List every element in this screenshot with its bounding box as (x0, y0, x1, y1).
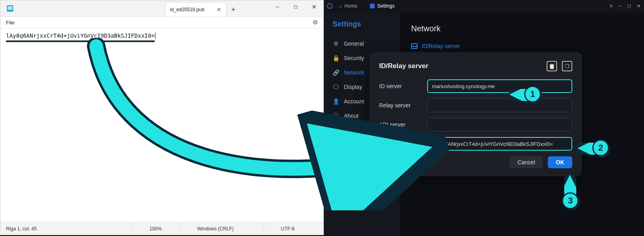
titlebar: id_ed25519.pub ✕ + ─ ◻ ✕ (0, 0, 323, 16)
main-panel: Network ID/Relay server ID/Relay server … (400, 12, 644, 236)
sidebar-item-label: Display (344, 84, 362, 90)
id-server-label: ID server (379, 83, 427, 89)
file-content: lAy8q6ANrjxxCrT4d+jUviYGnVcI9D3aBkSJIFDx… (6, 32, 155, 42)
tab-home-label: Home (344, 3, 357, 9)
r-minimize-button[interactable]: ─ (618, 3, 622, 9)
editor-area[interactable]: lAy8q6ANrjxxCrT4d+jUviYGnVcI9D3aBkSJIFDx… (0, 28, 323, 222)
id-relay-dialog: ID/Relay server 📋 ❐ ID server Relay serv… (369, 52, 582, 176)
notepad-icon (7, 5, 13, 12)
relay-server-label: Relay server (379, 102, 427, 109)
status-position: Riga 1, col. 45 (0, 222, 132, 235)
annotation-step-3: 3 (562, 192, 579, 209)
gear-icon[interactable]: ⚙ (313, 19, 318, 26)
api-server-label: API server (379, 121, 427, 128)
app-logo-icon (327, 3, 333, 9)
link-icon: 🔗 (333, 69, 339, 76)
tab-close-icon[interactable]: ✕ (216, 6, 221, 13)
tab-settings[interactable]: Settings (367, 2, 397, 10)
ok-button[interactable]: OK (548, 156, 572, 168)
info-icon: ⓘ (333, 113, 339, 119)
home-icon: ⌂ (339, 3, 342, 9)
r-close-button[interactable]: ✕ (637, 3, 641, 9)
status-zoom[interactable]: 100% (144, 222, 180, 235)
status-encoding[interactable]: UTF-8 (275, 222, 323, 235)
gear-icon: ⚙ (333, 40, 339, 47)
dialog-title: ID/Relay server (379, 62, 428, 70)
sidebar-item-label: Network (344, 69, 364, 76)
sidebar-title: Settings (324, 20, 400, 36)
file-tab[interactable]: id_ed25519.pub ✕ (165, 2, 226, 16)
sidebar-item-general[interactable]: ⚙General (324, 36, 400, 51)
minimize-button[interactable]: ─ (268, 0, 287, 13)
annotation-step-2: 2 (592, 139, 609, 156)
section-id-relay[interactable]: ID/Relay server (411, 43, 632, 49)
rustdesk-window: ⌂ Home Settings ≡ ─ ◻ ✕ Settings ⚙Genera… (324, 0, 644, 236)
menubar: File ⚙ (0, 16, 323, 28)
section-label: ID/Relay server (422, 43, 460, 49)
wrench-icon (370, 4, 375, 8)
api-server-input[interactable] (427, 118, 572, 131)
server-icon (411, 43, 418, 49)
key-label: Key (379, 141, 427, 147)
statusbar: Riga 1, col. 45 100% Windows (CRLF) UTF-… (0, 222, 323, 235)
notepad-window: id_ed25519.pub ✕ + ─ ◻ ✕ File ⚙ lAy8q6AN… (0, 0, 324, 235)
monitor-icon: 🖵 (333, 84, 339, 90)
maximize-button[interactable]: ◻ (287, 0, 305, 13)
hamburger-icon[interactable]: ≡ (610, 3, 612, 9)
cancel-button[interactable]: Cancel (509, 156, 543, 168)
annotation-step-1: 1 (524, 86, 541, 103)
close-button[interactable]: ✕ (305, 0, 323, 13)
sidebar-item-label: Account (344, 98, 364, 105)
clipboard-import-icon[interactable]: 📋 (547, 61, 557, 71)
sidebar-item-label: General (344, 40, 364, 47)
tab-settings-label: Settings (377, 3, 394, 9)
page-heading: Network (411, 24, 632, 33)
sidebar-item-label: Security (344, 55, 364, 61)
status-eol[interactable]: Windows (CRLF) (192, 222, 264, 235)
relay-server-input[interactable] (427, 99, 572, 112)
tab-home[interactable]: ⌂ Home (337, 2, 359, 10)
r-titlebar: ⌂ Home Settings ≡ ─ ◻ ✕ (324, 0, 644, 12)
id-server-input[interactable] (427, 79, 572, 93)
clipboard-export-icon[interactable]: ❐ (562, 61, 572, 71)
user-icon: 👤 (333, 98, 339, 105)
new-tab-button[interactable]: + (226, 3, 240, 16)
menu-file[interactable]: File (6, 20, 14, 26)
lock-icon: 🔒 (333, 55, 339, 61)
sidebar-item-label: About (344, 113, 359, 119)
r-maximize-button[interactable]: ◻ (627, 3, 631, 9)
tab-title: id_ed25519.pub (170, 7, 204, 12)
key-input[interactable] (427, 137, 572, 151)
